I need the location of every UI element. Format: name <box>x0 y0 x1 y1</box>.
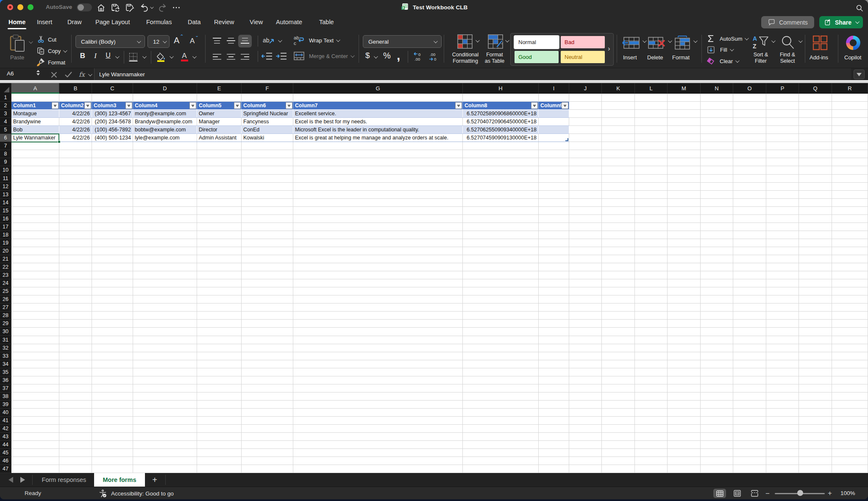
table-cell[interactable]: Bob <box>11 126 59 134</box>
format-cells-chevron-icon[interactable] <box>693 39 698 43</box>
row-header-36[interactable]: 36 <box>0 376 11 384</box>
normal-view-button[interactable] <box>713 489 726 498</box>
fill-chevron-icon[interactable] <box>730 47 734 51</box>
row-header-32[interactable]: 32 <box>0 344 11 352</box>
row-header-34[interactable]: 34 <box>0 360 11 368</box>
column-header-C[interactable]: C <box>92 83 133 94</box>
autosum-chevron-icon[interactable] <box>745 36 749 40</box>
borders-chevron-icon[interactable] <box>142 54 147 58</box>
font-size-select[interactable]: 12 <box>147 35 170 48</box>
conditional-formatting-button[interactable] <box>457 34 473 49</box>
row-header-43[interactable]: 43 <box>0 433 11 441</box>
row-header-5[interactable]: 5 <box>0 126 11 134</box>
ribbon-tab-table[interactable]: Table <box>319 15 334 28</box>
increase-decimal-button[interactable]: 0.00 <box>414 52 426 62</box>
column-header-J[interactable]: J <box>569 83 602 94</box>
conditional-formatting-chevron-icon[interactable] <box>476 38 480 42</box>
row-header-30[interactable]: 30 <box>0 328 11 336</box>
table-cell[interactable]: bobtw@example.com <box>133 126 197 134</box>
row-header-33[interactable]: 33 <box>0 352 11 360</box>
column-header-H[interactable]: H <box>463 83 539 94</box>
ribbon-tab-review[interactable]: Review <box>214 15 234 28</box>
cut-button[interactable]: Cut <box>36 35 56 44</box>
name-box-spinner[interactable] <box>36 70 40 75</box>
row-header-39[interactable]: 39 <box>0 401 11 409</box>
row-header-7[interactable]: 7 <box>0 142 11 150</box>
table-cell[interactable]: Springfield Nuclear <box>242 110 293 117</box>
row-header-38[interactable]: 38 <box>0 392 11 401</box>
decrease-decimal-button[interactable]: .000 <box>429 52 442 62</box>
column-header-B[interactable]: B <box>59 83 92 94</box>
table-cell[interactable]: ConEd <box>242 126 293 134</box>
row-header-40[interactable]: 40 <box>0 409 11 417</box>
ribbon-tab-view[interactable]: View <box>250 15 263 28</box>
row-header-12[interactable]: 12 <box>0 183 11 191</box>
spreadsheet-grid[interactable]: Column1Column2Column3Column4Column5Colum… <box>0 83 868 473</box>
orientation-button[interactable]: ab <box>262 36 275 47</box>
align-bottom-button[interactable] <box>238 35 252 47</box>
ribbon-tab-draw[interactable]: Draw <box>67 15 82 28</box>
table-cell[interactable]: Owner <box>197 110 242 117</box>
underline-chevron-icon[interactable] <box>115 54 120 58</box>
table-header-cell[interactable]: Column2 <box>59 102 92 109</box>
clear-button[interactable]: Clear <box>706 57 738 65</box>
row-header-8[interactable]: 8 <box>0 150 11 158</box>
row-header-44[interactable]: 44 <box>0 441 11 449</box>
row-header-26[interactable]: 26 <box>0 295 11 303</box>
table-cell[interactable]: Brandywine <box>11 118 59 125</box>
row-header-3[interactable]: 3 <box>0 110 11 118</box>
row-header-28[interactable]: 28 <box>0 312 11 320</box>
table-cell[interactable] <box>539 118 569 125</box>
row-header-2[interactable]: 2 <box>0 102 11 110</box>
filter-dropdown-icon[interactable] <box>562 102 568 109</box>
style-chip-neutral[interactable]: Neutral <box>561 51 605 63</box>
fill-color-chevron-icon[interactable] <box>170 54 174 58</box>
ribbon-tab-data[interactable]: Data <box>188 15 201 28</box>
ribbon-tab-automate[interactable]: Automate <box>276 15 302 28</box>
row-header-14[interactable]: 14 <box>0 199 11 207</box>
sort-filter-button[interactable]: AZ <box>752 34 770 51</box>
table-header-cell[interactable]: Column3 <box>92 102 133 109</box>
format-painter-button[interactable]: Format <box>36 58 65 67</box>
row-header-37[interactable]: 37 <box>0 384 11 392</box>
increase-indent-button[interactable] <box>275 52 287 61</box>
borders-button[interactable] <box>128 52 139 62</box>
row-header-18[interactable]: 18 <box>0 231 11 239</box>
filter-dropdown-icon[interactable] <box>286 102 292 109</box>
table-cell[interactable]: Director <box>197 126 242 134</box>
table-cell[interactable]: (200) 234-5678 <box>92 118 133 125</box>
comma-button[interactable]: , <box>397 48 400 63</box>
table-header-cell[interactable]: Column1 <box>11 102 59 109</box>
column-header-M[interactable]: M <box>668 83 701 94</box>
copy-chevron-icon[interactable] <box>63 48 67 53</box>
ribbon-tab-insert[interactable]: Insert <box>37 15 52 28</box>
row-header-19[interactable]: 19 <box>0 239 11 247</box>
style-chip-normal[interactable]: Normal <box>515 36 559 48</box>
table-cell[interactable]: 6.527062550909340000E+18 <box>463 126 539 134</box>
accessibility-status[interactable]: Accessibility: Good to go <box>98 489 174 498</box>
clear-chevron-icon[interactable] <box>735 58 740 63</box>
row-header-31[interactable]: 31 <box>0 336 11 344</box>
row-header-9[interactable]: 9 <box>0 158 11 166</box>
table-cell[interactable]: (100) 456-7892 <box>92 126 133 134</box>
next-sheet-icon[interactable] <box>20 477 25 483</box>
row-header-29[interactable]: 29 <box>0 320 11 328</box>
currency-chevron-icon[interactable] <box>374 54 378 58</box>
table-cell[interactable]: Excel is the best for my needs. <box>293 118 463 125</box>
row-header-13[interactable]: 13 <box>0 191 11 199</box>
sheet-tab-more-forms[interactable]: More forms <box>94 473 145 487</box>
table-cell[interactable]: Brandyw@example.com <box>133 118 197 125</box>
filter-dropdown-icon[interactable] <box>531 102 538 109</box>
column-header-I[interactable]: I <box>539 83 569 94</box>
style-chip-bad[interactable]: Bad <box>561 36 605 48</box>
more-toolbar-icon[interactable] <box>171 3 181 13</box>
table-cell[interactable]: Microsoft Excel is the leader in computa… <box>293 126 463 134</box>
filter-dropdown-icon[interactable] <box>455 102 462 109</box>
row-header-17[interactable]: 17 <box>0 223 11 231</box>
share-button[interactable]: Share <box>819 16 863 28</box>
column-header-L[interactable]: L <box>635 83 668 94</box>
table-cell[interactable]: 4/22/26 <box>59 118 92 125</box>
sort-filter-chevron-icon[interactable] <box>771 39 776 43</box>
row-header-42[interactable]: 42 <box>0 425 11 433</box>
delete-cells-button[interactable] <box>648 36 665 49</box>
